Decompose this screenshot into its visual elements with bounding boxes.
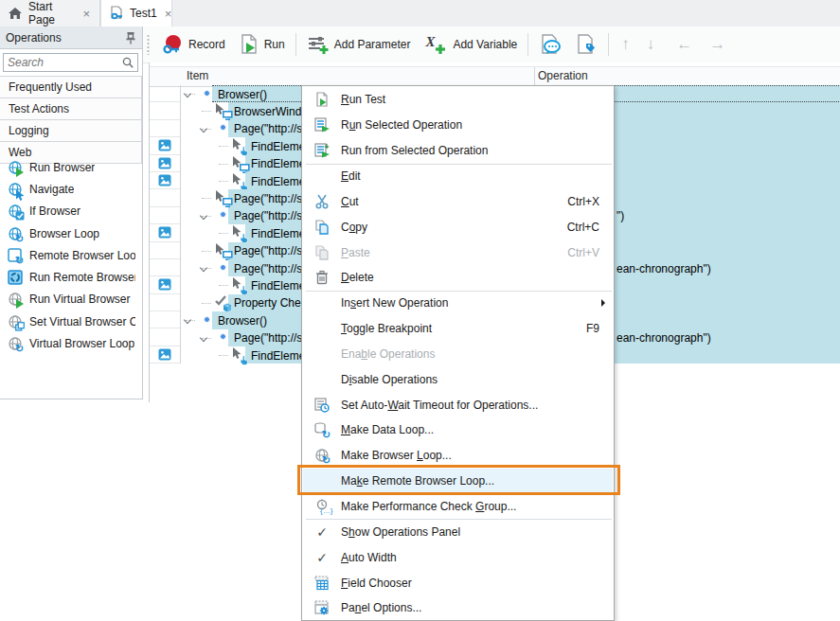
search-icon[interactable] (121, 56, 134, 69)
row-icon (232, 156, 247, 174)
operation-item-virtual-browser-loop[interactable]: ↻Virtual Browser Loop (0, 332, 142, 354)
arrow-down-icon[interactable]: ↓ (638, 35, 664, 54)
window-icon (215, 103, 230, 118)
close-icon[interactable]: × (163, 7, 174, 21)
menu-item-delete[interactable]: Delete (303, 265, 613, 291)
menu-shortcut: Ctrl+C (567, 221, 599, 234)
row-icon (215, 208, 217, 222)
operation-item-run-virtual-browser[interactable]: Run Virtual Browser (0, 289, 142, 310)
menu-shortcut: F9 (586, 322, 599, 335)
thumbnail-cell[interactable] (150, 155, 180, 172)
category-frequently-used[interactable]: Frequently Used (0, 76, 142, 98)
thumbnail-icon (158, 226, 171, 239)
description-icon (539, 33, 562, 56)
autowait-icon (314, 398, 330, 413)
menu-item-panel-options[interactable]: Panel Options... (303, 595, 613, 621)
thumbnail-icon (158, 157, 171, 169)
check-icon: ✓ (316, 550, 328, 565)
operations-panel-header: Operations (0, 27, 142, 49)
toolbar-grip[interactable] (147, 34, 150, 55)
chevron-down-icon[interactable] (200, 333, 207, 341)
operation-items: Run BrowserNavigateIf Browser↻Browser Lo… (0, 156, 142, 355)
menu-item-label: Panel Options... (341, 601, 613, 614)
operation-item-navigate[interactable]: Navigate (0, 178, 142, 200)
description-button[interactable] (532, 30, 568, 59)
chevron-down-icon[interactable] (184, 90, 191, 98)
row-icon (232, 225, 247, 243)
add-parameter-button[interactable]: Add Parameter (300, 30, 418, 59)
chevron-down-icon[interactable] (200, 212, 207, 220)
arrow-up-icon[interactable]: ↑ (613, 35, 638, 54)
menu-item-field-chooser[interactable]: Field Chooser (303, 570, 613, 595)
thumbnail-cell[interactable] (150, 276, 180, 293)
tree-connector (219, 164, 228, 165)
menu-item-disable-operations[interactable]: Disable Operations (303, 366, 613, 392)
operation-item-remote-browser-loop[interactable]: ↻Remote Browser Loop (0, 244, 142, 266)
tab-start-page[interactable]: Start Page × (0, 0, 100, 27)
search-input[interactable] (4, 56, 121, 69)
chevron-down-icon[interactable] (184, 316, 191, 324)
menu-item-paste[interactable]: PasteCtrl+V (303, 240, 613, 265)
chevron-down-icon[interactable] (200, 264, 207, 272)
editor-gutter (150, 85, 181, 364)
operation-item-label: Set Virtual Browser O... (29, 315, 135, 328)
virtual-browser-loop-icon: ↻ (8, 336, 23, 351)
menu-item-show-operations-panel[interactable]: ✓Show Operations Panel (303, 519, 613, 544)
column-divider[interactable] (534, 67, 535, 86)
menu-item-edit[interactable]: Edit (303, 164, 613, 189)
category-logging[interactable]: Logging (0, 119, 142, 142)
thumbnail-cell[interactable] (150, 346, 180, 364)
tag-button[interactable] (568, 30, 604, 59)
menu-item-enable-operations[interactable]: Enable Operations (303, 342, 613, 367)
record-button[interactable]: Record (154, 30, 232, 59)
menu-item-run-from-selected-operation[interactable]: Run from Selected Operation (303, 138, 613, 164)
menu-item-label: Make Data Loop... (341, 423, 613, 436)
tree-connector (219, 355, 228, 356)
arrow-left-icon[interactable]: ← (663, 35, 701, 54)
menu-item-insert-new-operation[interactable]: Insert New Operation (303, 291, 613, 316)
thumbnail-cell[interactable] (150, 172, 180, 189)
tree-connector (202, 251, 211, 252)
add-variable-button[interactable]: X Add Variable (417, 30, 524, 59)
add-parameter-icon (307, 34, 330, 55)
arrow-right-icon[interactable]: → (701, 35, 734, 54)
tab-test1[interactable]: Test1 × (100, 0, 172, 27)
chevron-down-icon[interactable] (200, 125, 207, 133)
editor-header: Item Operation (150, 66, 840, 87)
row-label: Page("http://s (234, 192, 302, 205)
menu-item-set-auto-wait-timeout-for-operations[interactable]: Set Auto-Wait Timeout for Operations... (303, 392, 613, 417)
pin-icon[interactable] (125, 31, 136, 44)
operation-item-if-browser[interactable]: If Browser (0, 201, 142, 222)
thumbnail-cell[interactable] (150, 137, 180, 154)
run-button[interactable]: Run (232, 30, 292, 59)
gutter-cell (150, 189, 180, 206)
checkpoint-icon (215, 295, 230, 310)
column-header-operation[interactable]: Operation (538, 69, 588, 82)
close-icon[interactable]: × (80, 7, 92, 21)
menu-item-run-selected-operation[interactable]: Run Selected Operation (303, 113, 613, 138)
menu-item-make-performance-check-group[interactable]: {…}Make Performance Check Group... (303, 494, 613, 520)
operation-item-set-virtual-browser-o-[interactable]: Set Virtual Browser O... (0, 310, 142, 332)
menu-item-auto-width[interactable]: ✓Auto Width (303, 544, 613, 570)
operation-item-label: Run Remote Browser (29, 271, 135, 284)
window-icon (215, 190, 230, 205)
operation-item-browser-loop[interactable]: ↻Browser Loop (0, 222, 142, 244)
menu-item-make-data-loop[interactable]: ↻Make Data Loop... (303, 417, 613, 443)
operation-item-run-remote-browser[interactable]: Run Remote Browser (0, 266, 142, 288)
navigate-icon (8, 182, 23, 197)
operation-item-label: Navigate (29, 183, 74, 196)
menu-item-toggle-breakpoint[interactable]: Toggle BreakpointF9 (303, 316, 613, 342)
column-header-item[interactable]: Item (187, 69, 208, 82)
row-icon (215, 121, 217, 134)
operation-item-run-browser[interactable]: Run Browser (0, 156, 142, 178)
category-test-actions[interactable]: Test Actions (0, 98, 142, 120)
copy-icon (314, 220, 330, 235)
tree-connector (219, 181, 228, 182)
thumbnail-cell[interactable] (150, 224, 180, 241)
element-icon (232, 347, 247, 363)
menu-item-run-test[interactable]: Run Test (303, 87, 613, 113)
gutter-cell (150, 207, 180, 224)
menu-item-copy[interactable]: CopyCtrl+C (303, 214, 613, 240)
menu-item-cut[interactable]: CutCtrl+X (303, 188, 613, 214)
tab-label: Start Page (28, 0, 75, 27)
